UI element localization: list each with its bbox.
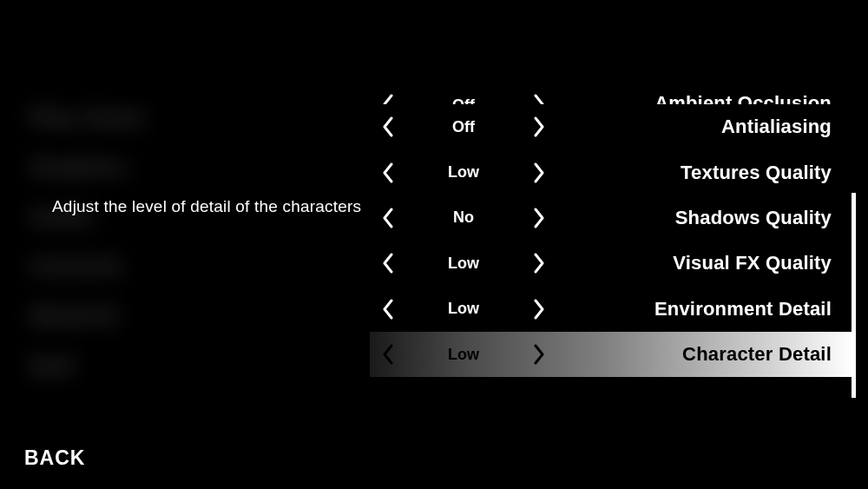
setting-label: Shadows Quality <box>554 207 852 229</box>
ghost-item: Play Game <box>30 104 145 131</box>
setting-value: Low <box>403 163 524 182</box>
setting-row[interactable]: OffAntialiasing <box>370 104 852 149</box>
setting-row[interactable]: OffAmbient Occlusion <box>370 78 852 104</box>
chevron-left-icon[interactable] <box>373 253 403 274</box>
background-menu-ghost: Play Game Graphics Audio Controls Networ… <box>30 104 145 379</box>
setting-row[interactable]: NoShadows Quality <box>370 195 852 241</box>
back-button[interactable]: BACK <box>24 446 85 470</box>
chevron-left-icon[interactable] <box>373 344 403 365</box>
setting-row[interactable]: LowTextures Quality <box>370 149 852 195</box>
ghost-item: Controls <box>30 253 145 280</box>
chevron-right-icon[interactable] <box>524 162 554 183</box>
ghost-item: Quit <box>30 352 145 379</box>
chevron-right-icon[interactable] <box>524 299 554 320</box>
setting-row[interactable]: LowCharacter Detail <box>370 332 852 377</box>
settings-screen: Play Game Graphics Audio Controls Networ… <box>0 0 868 489</box>
chevron-right-icon[interactable] <box>524 344 554 365</box>
chevron-right-icon[interactable] <box>524 253 554 274</box>
setting-label: Textures Quality <box>554 162 852 184</box>
chevron-left-icon[interactable] <box>373 94 403 104</box>
setting-label: Ambient Occlusion <box>554 92 852 104</box>
chevron-right-icon[interactable] <box>524 94 554 104</box>
chevron-left-icon[interactable] <box>373 208 403 228</box>
setting-value: Off <box>403 96 524 104</box>
setting-row[interactable]: LowEnvironment Detail <box>370 287 852 332</box>
settings-list: OffAmbient OcclusionOffAntialiasingLowTe… <box>370 78 852 377</box>
chevron-right-icon[interactable] <box>524 208 554 228</box>
chevron-right-icon[interactable] <box>524 116 554 137</box>
chevron-left-icon[interactable] <box>373 299 403 320</box>
setting-value: Low <box>403 300 524 318</box>
setting-row[interactable]: LowVisual FX Quality <box>370 241 852 286</box>
setting-value: No <box>403 208 524 227</box>
setting-value: Low <box>403 254 524 273</box>
setting-value: Low <box>403 346 524 364</box>
setting-label: Antialiasing <box>554 116 852 138</box>
setting-label: Visual FX Quality <box>554 252 852 274</box>
setting-value: Off <box>403 118 524 136</box>
chevron-left-icon[interactable] <box>373 162 403 183</box>
ghost-item: Graphics <box>30 154 145 181</box>
setting-label: Environment Detail <box>554 298 852 320</box>
setting-label: Character Detail <box>554 343 852 366</box>
ghost-item: Network <box>30 302 145 329</box>
setting-description: Adjust the level of detail of the charac… <box>52 197 361 216</box>
chevron-left-icon[interactable] <box>373 116 403 137</box>
scrollbar-thumb[interactable] <box>852 193 856 398</box>
